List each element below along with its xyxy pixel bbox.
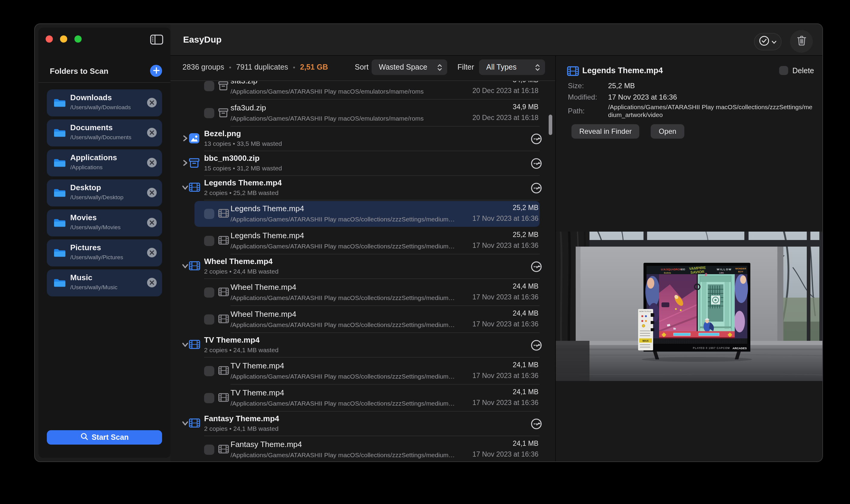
file-date: 17 Nov 2023 at 16:36 <box>473 320 538 328</box>
film-icon <box>218 314 229 324</box>
reveal-in-finder-button[interactable]: Reveal in Finder <box>571 124 640 139</box>
auto-select-icon[interactable] <box>530 182 543 194</box>
folder-path: /Users/wally/Pictures <box>70 254 123 260</box>
duplicate-file-row[interactable]: Legends Theme.mp4 /Applications/Games/AT… <box>171 228 555 254</box>
group-meta: 2 copies • 24,1 MB wasted <box>204 425 279 432</box>
remove-folder-button[interactable] <box>146 277 157 288</box>
duplicate-group-row[interactable]: TV Theme.mp4 2 copies • 24,1 MB wasted <box>171 333 555 358</box>
file-checkbox[interactable] <box>204 236 214 246</box>
selection-menu-button[interactable] <box>754 33 782 50</box>
image-icon <box>189 132 200 144</box>
duplicate-group-row[interactable]: bbc_m3000.zip 15 copies • 31,2 MB wasted <box>171 151 555 176</box>
x-circle-icon <box>146 101 157 110</box>
file-checkbox[interactable] <box>204 287 214 298</box>
folder-path: /Users/wally/Music <box>70 284 117 290</box>
folder-to-scan-item[interactable]: Music /Users/wally/Music <box>47 269 162 296</box>
file-checkbox[interactable] <box>204 314 214 325</box>
add-folder-button[interactable] <box>150 65 162 77</box>
file-size: 24,4 MB <box>513 310 538 317</box>
file-name: Legends Theme.mp4 <box>231 204 304 213</box>
file-name: Fantasy Theme.mp4 <box>231 440 302 449</box>
duplicate-file-row[interactable]: Fantasy Theme.mp4 /Applications/Games/AT… <box>171 436 555 462</box>
duplicate-group-row[interactable]: Wheel Theme.mp4 2 copies • 24,4 MB waste… <box>171 254 555 279</box>
film-icon <box>218 392 229 402</box>
file-checkbox[interactable] <box>204 81 214 91</box>
file-path: /Applications/Games/ATARASHII Play macOS… <box>231 294 455 301</box>
remove-folder-button[interactable] <box>146 217 157 228</box>
chevron-icon[interactable] <box>182 184 189 191</box>
duplicate-file-row[interactable]: sfa3ud.zip /Applications/Games/ATARASHII… <box>171 100 555 127</box>
file-checkbox[interactable] <box>204 393 214 403</box>
open-button[interactable]: Open <box>651 124 684 139</box>
delete-checkbox[interactable] <box>779 66 788 75</box>
auto-select-icon[interactable] <box>530 418 543 430</box>
file-size: 24,1 MB <box>513 388 538 395</box>
delete-selected-button[interactable] <box>790 30 813 53</box>
x-circle-icon <box>146 191 157 200</box>
folder-to-scan-item[interactable]: Downloads /Users/wally/Downloads <box>47 89 162 116</box>
auto-select-icon[interactable] <box>530 339 543 352</box>
duplicate-group-row[interactable]: Legends Theme.mp4 2 copies • 25,2 MB was… <box>171 176 555 200</box>
detail-file-title: Legends Theme.mp4 <box>582 66 663 75</box>
duplicate-file-row[interactable]: sfa3.zip /Applications/Games/ATARASHII P… <box>171 81 555 100</box>
folder-to-scan-item[interactable]: Applications /Applications <box>47 149 162 176</box>
zoom-window-button[interactable] <box>74 35 82 42</box>
duplicate-file-row[interactable]: Legends Theme.mp4 /Applications/Games/AT… <box>171 200 555 228</box>
sidebar-toggle-icon[interactable] <box>150 34 163 45</box>
folder-to-scan-item[interactable]: Desktop /Users/wally/Desktop <box>47 179 162 206</box>
sort-dropdown[interactable]: Wasted Space <box>372 59 447 75</box>
auto-select-icon[interactable] <box>530 260 543 273</box>
archive-icon <box>189 157 200 168</box>
marquee-left-text: U.N.SQUADRON <box>661 268 681 271</box>
how-to-play-card: HOW TO PLAY MA <box>638 309 654 350</box>
folder-path: /Users/wally/Downloads <box>70 104 131 110</box>
file-checkbox[interactable] <box>204 108 214 118</box>
folder-to-scan-item[interactable]: Pictures /Users/wally/Pictures <box>47 239 162 266</box>
close-window-button[interactable] <box>46 35 53 42</box>
file-checkbox[interactable] <box>204 366 214 376</box>
sidebar-divider <box>38 82 171 83</box>
archive-icon <box>218 107 229 118</box>
duplicate-group-row[interactable]: Bezel.png 13 copies • 33,5 MB wasted <box>171 127 555 151</box>
group-meta: 13 copies • 33,5 MB wasted <box>204 140 282 147</box>
file-name: TV Theme.mp4 <box>231 388 284 397</box>
remove-folder-button[interactable] <box>146 247 157 258</box>
group-meta: 2 copies • 25,2 MB wasted <box>204 189 279 196</box>
chevron-icon[interactable] <box>182 160 189 166</box>
filter-dropdown[interactable]: All Types <box>479 59 545 75</box>
remove-folder-button[interactable] <box>146 187 157 198</box>
file-checkbox[interactable] <box>204 209 214 219</box>
auto-select-icon[interactable] <box>530 157 543 170</box>
folder-to-scan-item[interactable]: Movies /Users/wally/Movies <box>47 210 162 236</box>
file-checkbox[interactable] <box>204 445 214 455</box>
modified-label: Modified: <box>568 93 597 102</box>
remove-folder-button[interactable] <box>146 127 157 138</box>
file-size: 25,2 MB <box>513 231 538 238</box>
chevron-icon[interactable] <box>182 135 189 142</box>
x-circle-icon <box>146 161 157 170</box>
chevron-icon[interactable] <box>182 420 189 427</box>
duplicate-file-row[interactable]: TV Theme.mp4 /Applications/Games/ATARASH… <box>171 358 555 384</box>
folder-to-scan-item[interactable]: Documents /Users/wally/Documents <box>47 120 162 146</box>
remove-folder-button[interactable] <box>146 97 157 108</box>
file-path: /Applications/Games/ATARASHII Play macOS… <box>231 373 455 380</box>
path-value: /Applications/Games/ATARASHII Play macOS… <box>608 103 815 119</box>
folder-path: /Users/wally/Desktop <box>70 194 123 200</box>
minimize-window-button[interactable] <box>60 35 67 42</box>
duplicate-file-row[interactable]: Wheel Theme.mp4 /Applications/Games/ATAR… <box>171 279 555 306</box>
chevron-icon[interactable] <box>182 341 189 348</box>
file-name: TV Theme.mp4 <box>231 361 284 370</box>
auto-select-icon[interactable] <box>530 132 543 145</box>
group-filename: Bezel.png <box>204 129 241 138</box>
file-detail-pane: Legends Theme.mp4 Delete Size: 25,2 MB M… <box>556 56 822 462</box>
scrollbar-thumb[interactable] <box>549 114 552 135</box>
start-scan-button[interactable]: Start Scan <box>47 430 162 445</box>
duplicate-group-row[interactable]: Fantasy Theme.mp4 2 copies • 24,1 MB was… <box>171 412 555 436</box>
remove-folder-button[interactable] <box>146 157 157 168</box>
filter-value: All Types <box>479 63 535 71</box>
duplicate-file-row[interactable]: Wheel Theme.mp4 /Applications/Games/ATAR… <box>171 306 555 333</box>
duplicate-file-row[interactable]: TV Theme.mp4 /Applications/Games/ATARASH… <box>171 384 555 412</box>
x-circle-icon <box>146 131 157 140</box>
file-date: 17 Nov 2023 at 16:36 <box>473 399 538 406</box>
chevron-icon[interactable] <box>182 263 189 269</box>
